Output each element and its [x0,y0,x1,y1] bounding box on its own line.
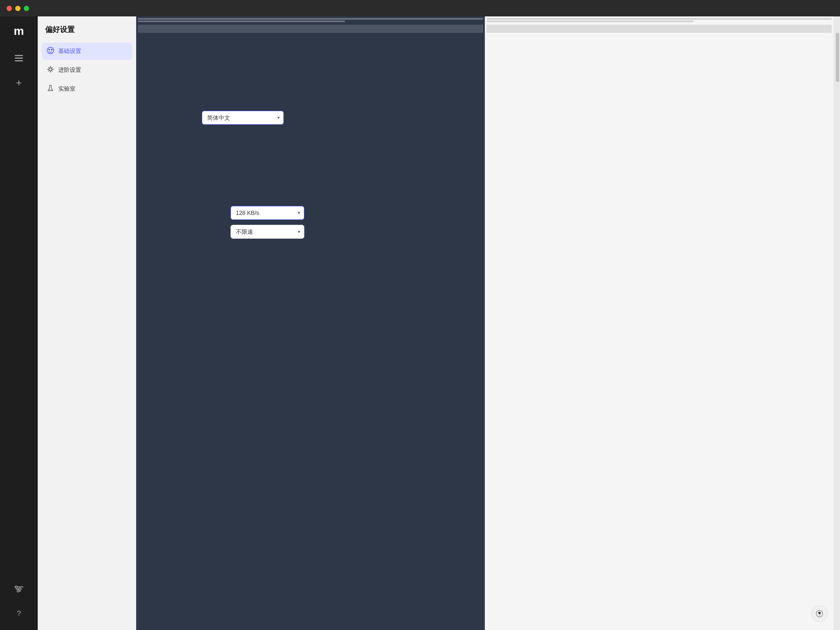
main-content: 基础设置 外观： [136,16,521,390]
sidebar-item-basic-label: 基础设置 [58,48,81,55]
advanced-settings-icon [47,66,54,75]
lab-icon [47,84,54,94]
svg-point-11 [51,49,52,50]
appearance-row: 外观： [157,63,521,99]
maximize-button[interactable] [24,6,29,11]
sidebar-item-advanced-label: 进阶设置 [58,66,81,74]
download-speed-select[interactable]: 不限速 64 KB/s 128 KB/s 256 KB/s 512 KB/s 1… [231,225,304,239]
titlebar [0,0,521,16]
menu-icon[interactable] [11,50,27,66]
theme-auto[interactable]: 自动 [202,63,243,99]
svg-point-14 [49,89,50,90]
upload-speed-select-wrapper: 128 KB/s 不限速 64 KB/s 256 KB/s 512 KB/s 1… [231,206,304,220]
upload-speed-select[interactable]: 128 KB/s 不限速 64 KB/s 256 KB/s 512 KB/s 1… [231,206,304,220]
app-logo: m [14,25,24,38]
svg-point-15 [51,89,52,90]
sidebar-item-lab[interactable]: 实验室 [42,80,132,98]
theme-auto-thumb [202,63,243,90]
nav-panel: 偏好设置 基础设置 进阶设置 [38,16,136,390]
add-icon[interactable]: + [11,75,27,91]
language-select[interactable]: 简体中文 English 日本語 繁體中文 [202,111,284,125]
sidebar: m + ? [0,16,38,390]
basic-settings-icon [47,47,54,56]
download-speed-select-wrapper: 不限速 64 KB/s 128 KB/s 256 KB/s 512 KB/s 1… [231,225,304,239]
sidebar-item-lab-label: 实验室 [58,85,75,93]
appearance-content: 自动 浅色 [202,63,521,99]
svg-rect-1 [15,58,23,59]
nav-panel-title: 偏好设置 [42,25,132,34]
sidebar-item-advanced[interactable]: 进阶设置 [42,62,132,79]
minimize-button[interactable] [15,6,21,11]
language-select-wrapper: 简体中文 English 日本語 繁體中文 ▾ [202,111,284,125]
svg-point-10 [48,49,50,50]
sidebar-item-basic[interactable]: 基础设置 [42,43,132,60]
close-button[interactable] [7,6,12,11]
svg-point-12 [49,68,52,71]
svg-rect-0 [15,55,23,56]
theme-options: 自动 浅色 [202,63,521,99]
svg-rect-2 [15,60,23,62]
svg-point-9 [47,47,54,54]
